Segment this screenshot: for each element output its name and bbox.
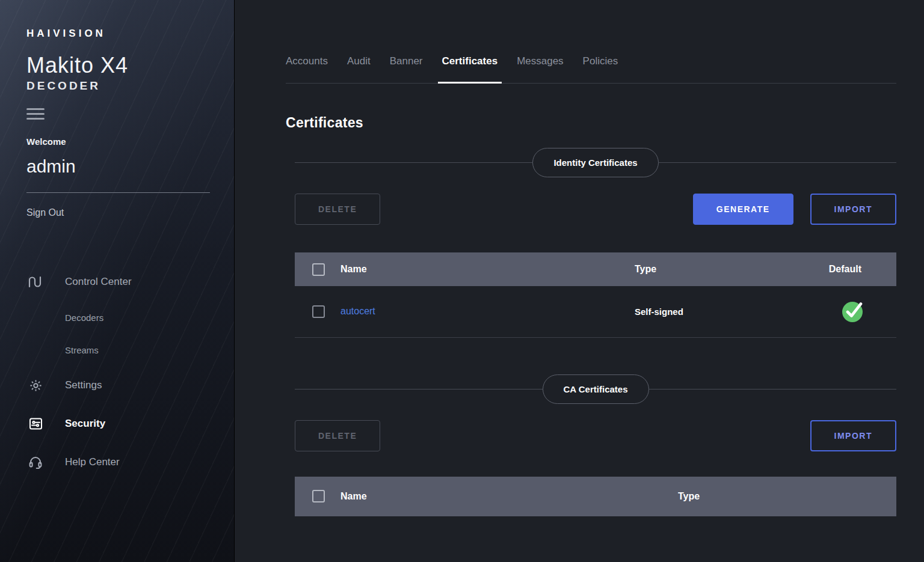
tab-messages[interactable]: Messages [517,55,563,83]
identity-table-row: autocert Self-signed [295,286,896,337]
ca-column-header-type: Type [678,477,896,516]
identity-section-label: Identity Certificates [532,148,658,177]
ca-table-header-row: Name Type [295,477,896,516]
menu-icon[interactable] [26,108,45,120]
brand-logo: HAIVISION [26,28,234,40]
identity-certificates-table: Name Type Default autocert Self-signed [295,252,896,338]
certificate-name-link[interactable]: autocert [340,306,375,316]
identity-delete-button[interactable]: DELETE [295,194,380,225]
row-checkbox[interactable] [312,305,325,318]
identity-select-all-checkbox[interactable] [312,263,325,276]
product-name: Makito X4 [26,53,234,78]
sidebar-item-label: Settings [65,379,102,391]
app-root: HAIVISION Makito X4 DECODER Welcome admi… [0,0,924,562]
ca-delete-button[interactable]: DELETE [295,420,380,451]
ca-toolbar: DELETE IMPORT [295,420,896,451]
sidebar-nav: Control Center Decoders Streams Settings [26,263,234,481]
ca-import-button[interactable]: IMPORT [810,420,896,451]
identity-table-header-row: Name Type Default [295,252,896,286]
sidebar-item-decoders[interactable]: Decoders [26,301,234,334]
ca-select-all-checkbox[interactable] [312,490,325,502]
sidebar: HAIVISION Makito X4 DECODER Welcome admi… [0,0,235,562]
main-content: Accounts Audit Banner Certificates Messa… [235,0,924,562]
tab-policies[interactable]: Policies [583,55,618,83]
tab-accounts[interactable]: Accounts [286,55,328,83]
column-header-default: Default [788,252,896,286]
tab-bar: Accounts Audit Banner Certificates Messa… [286,0,896,84]
column-header-name: Name [340,252,635,286]
headset-icon [26,455,45,469]
sidebar-item-security[interactable]: Security [26,405,234,443]
sidebar-item-streams[interactable]: Streams [26,334,234,366]
default-check-icon [841,299,866,323]
username: admin [26,156,234,177]
identity-section-divider: Identity Certificates [295,148,896,177]
certificate-type: Self-signed [635,286,788,337]
sidebar-item-control-center[interactable]: Control Center [26,263,234,301]
welcome-label: Welcome [26,136,234,147]
sidebar-item-label: Streams [65,345,99,355]
sidebar-divider [26,192,210,193]
sidebar-item-help-center[interactable]: Help Center [26,443,234,481]
column-header-type: Type [635,252,788,286]
identity-import-button[interactable]: IMPORT [810,194,896,225]
sidebar-item-label: Security [65,418,105,430]
generate-button[interactable]: GENERATE [693,194,793,225]
sidebar-item-label: Control Center [65,276,132,288]
sidebar-item-label: Decoders [65,313,103,323]
product-type: DECODER [26,79,234,93]
ca-section-label: CA Certificates [543,374,649,404]
security-icon [26,417,45,431]
ca-section-divider: CA Certificates [295,374,896,404]
gear-icon [26,379,45,392]
tab-certificates[interactable]: Certificates [442,55,498,83]
identity-toolbar: DELETE GENERATE IMPORT [295,194,896,225]
control-center-icon [26,275,45,289]
tab-audit[interactable]: Audit [347,55,371,83]
page-title: Certificates [286,115,896,131]
sidebar-item-settings[interactable]: Settings [26,366,234,405]
ca-column-header-name: Name [340,477,678,516]
sidebar-item-label: Help Center [65,456,120,468]
tab-banner[interactable]: Banner [390,55,423,83]
ca-certificates-table: Name Type [295,477,896,516]
sign-out-link[interactable]: Sign Out [26,207,64,218]
